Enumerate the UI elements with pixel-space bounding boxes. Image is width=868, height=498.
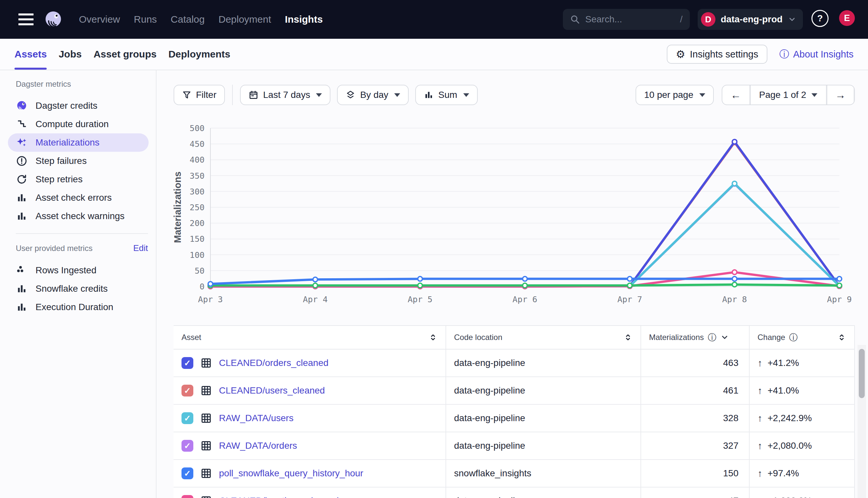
insights-settings-button[interactable]: ⚙ Insights settings [667,45,768,64]
tab-deployments[interactable]: Deployments [168,39,230,70]
svg-text:Materializations: Materializations [172,171,183,243]
nav-item-deployment[interactable]: Deployment [218,14,271,25]
nav-item-catalog[interactable]: Catalog [171,14,204,25]
svg-text:350: 350 [190,171,204,181]
trend-up-arrow-icon: ↑ [757,496,763,498]
sum-select[interactable]: Sum [415,85,478,105]
search-input[interactable]: Search... / [563,9,690,30]
info-icon[interactable]: ⓘ [789,332,797,343]
materializations-count: 47 [641,487,750,498]
divider [16,233,148,234]
asset-link[interactable]: RAW_DATA/users [219,413,294,423]
svg-text:50: 50 [195,266,204,276]
sidebar-item-materializations[interactable]: Materializations [8,133,149,152]
nav-item-insights[interactable]: Insights [285,14,323,25]
avatar[interactable]: E [839,10,855,26]
sidebar-item-dagster-credits[interactable]: Dagster credits [8,96,149,115]
change-percent: +41.0% [768,385,799,396]
next-page-button[interactable]: → [827,86,854,104]
asset-link[interactable]: CLEANED/locations_cleaned [219,496,339,498]
divider [232,85,233,105]
trend-up-arrow-icon: ↑ [757,358,763,369]
table-row: ✓RAW_DATA/usersdata-eng-pipeline328↑+2,2… [174,405,854,432]
layers-icon [346,90,355,100]
sidebar-item-step-failures[interactable]: Step failures [8,152,149,170]
info-icon[interactable]: ⓘ [708,332,716,343]
bar-chart-icon [16,192,28,204]
series-checkbox[interactable]: ✓ [181,495,193,498]
org-switcher[interactable]: D data-eng-prod [698,9,803,30]
sidebar-item-label: Asset check warnings [36,211,125,221]
sort-icon[interactable] [429,333,438,342]
sidebar-item-asset-check-warnings[interactable]: Asset check warnings [8,207,149,225]
sidebar-item-rows-ingested[interactable]: Rows Ingested [8,261,149,279]
last-7-days-select[interactable]: Last 7 days [240,85,330,105]
chevron-down-icon [788,15,796,24]
page-indicator[interactable]: Page 1 of 2 [750,86,827,104]
materializations-count: 327 [641,432,750,459]
sidebar-item-step-retries[interactable]: Step retries [8,170,149,188]
tab-jobs[interactable]: Jobs [59,39,81,70]
svg-text:Apr 9: Apr 9 [827,294,852,304]
sidebar-item-label: Execution Duration [36,302,113,312]
change-percent: +97.4% [768,468,799,479]
retry-icon [16,173,28,185]
sort-icon[interactable] [837,333,846,342]
series-checkbox[interactable]: ✓ [181,412,193,424]
menu-icon[interactable] [18,13,34,25]
dots-icon [16,264,28,276]
help-icon[interactable]: ? [812,10,829,27]
table-asset-icon [201,357,212,369]
sparkles-icon [16,137,28,148]
column-header-change[interactable]: Changeⓘ [750,326,854,349]
series-checkbox[interactable]: ✓ [181,440,193,452]
column-header-code-location[interactable]: Code location [446,326,641,349]
per-page-select[interactable]: 10 per page [636,85,714,105]
series-checkbox[interactable]: ✓ [181,357,193,369]
trend-up-arrow-icon: ↑ [757,385,763,396]
by-day-select[interactable]: By day [337,85,409,105]
column-header-asset[interactable]: Asset [174,326,446,349]
column-header-materializations[interactable]: Materializationsⓘ [641,326,750,349]
sidebar-section-title: Dagster metrics [16,79,71,89]
sidebar-item-execution-duration[interactable]: Execution Duration [8,298,149,316]
asset-link[interactable]: poll_snowflake_query_history_hour [219,468,363,479]
sidebar-item-compute-duration[interactable]: Compute duration [8,115,149,133]
prev-page-button[interactable]: ← [722,86,750,104]
about-insights-link[interactable]: ⓘ About Insights [779,48,854,61]
chevron-down-icon[interactable] [720,333,729,342]
nav-item-runs[interactable]: Runs [134,14,157,25]
trend-up-arrow-icon: ↑ [757,468,763,479]
dagster-logo-icon[interactable] [43,10,63,29]
octopus-icon [16,100,28,112]
table-scrollbar-thumb[interactable] [859,349,865,398]
metrics-sidebar: Dagster metricsDagster creditsCompute du… [0,70,156,498]
caret-down-icon [699,93,705,97]
caret-down-icon [316,93,322,97]
asset-link[interactable]: CLEANED/users_cleaned [219,385,325,396]
gear-icon: ⚙ [676,48,686,61]
tab-assets[interactable]: Assets [14,39,47,70]
nav-item-overview[interactable]: Overview [79,14,120,25]
search-shortcut: / [680,14,682,25]
table-row: ✓RAW_DATA/ordersdata-eng-pipeline327↑+2,… [174,432,854,460]
sidebar-item-asset-check-errors[interactable]: Asset check errors [8,188,149,207]
asset-link[interactable]: CLEANED/orders_cleaned [219,358,329,368]
search-icon [570,14,580,24]
trend-up-arrow-icon: ↑ [757,441,763,451]
code-location: data-eng-pipeline [454,358,525,368]
code-location: data-eng-pipeline [454,413,525,423]
sidebar-item-snowflake-credits[interactable]: Snowflake credits [8,279,149,298]
filter-button[interactable]: Filter [174,85,225,105]
svg-text:Apr 6: Apr 6 [513,294,537,304]
sidebar-item-label: Asset check errors [36,193,112,203]
svg-text:100: 100 [190,250,204,260]
code-location: data-eng-pipeline [454,385,525,396]
asset-link[interactable]: RAW_DATA/orders [219,441,297,451]
series-checkbox[interactable]: ✓ [181,468,193,479]
tab-asset-groups[interactable]: Asset groups [93,39,156,70]
series-checkbox[interactable]: ✓ [181,385,193,396]
materializations-count: 461 [641,377,750,404]
sort-icon[interactable] [623,333,633,342]
edit-metrics-link[interactable]: Edit [133,243,148,253]
